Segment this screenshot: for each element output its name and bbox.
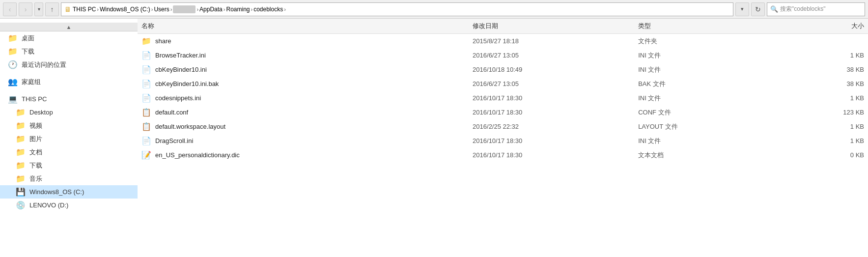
sidebar-label-pictures: 图片	[29, 135, 42, 143]
sidebar-label-music: 音乐	[29, 174, 42, 183]
scroll-up-arrow[interactable]: ▲	[0, 23, 138, 31]
file-name-label-6: default.workspace.layout	[155, 123, 225, 130]
file-icon-3: 📄	[141, 79, 151, 88]
sidebar-item-drive-d[interactable]: 💿 LENOVO (D:)	[0, 199, 138, 212]
back-button[interactable]: ‹	[3, 2, 17, 16]
file-date-5: 2016/10/17 18:30	[469, 105, 634, 119]
sidebar-item-download2[interactable]: 📁 下载	[0, 159, 138, 172]
sidebar-wrapper: ▲ 📁 桌面 📁 下载 🕐 最近访问的位置 👥 家庭组 💻 THIS PC	[0, 19, 138, 257]
table-row[interactable]: 📝 en_US_personaldictionary.dic 2016/10/1…	[138, 148, 868, 162]
file-name-cell-7: 📄 DragScroll.ini	[138, 134, 469, 148]
column-header-date[interactable]: 修改日期	[469, 19, 634, 34]
path-segment-username	[173, 5, 196, 13]
folder-icon: 📁	[8, 47, 18, 56]
path-bar[interactable]: 🖥 THIS PC › Windows8_OS (C:) › Users › ›…	[61, 2, 733, 16]
sidebar-item-desktop2[interactable]: 📁 Desktop	[0, 106, 138, 119]
sidebar-item-drive-c[interactable]: 💾 Windows8_OS (C:)	[0, 185, 138, 199]
file-scroll-wrapper[interactable]: 名称 修改日期 类型 大小 📁 share 2015/8/27 18:18 文件…	[138, 19, 868, 257]
group-icon: 👥	[8, 77, 18, 86]
file-date-7: 2016/10/17 18:30	[469, 134, 634, 148]
table-header-row: 名称 修改日期 类型 大小	[138, 19, 868, 34]
file-type-2: INI 文件	[634, 62, 771, 77]
file-type-7: INI 文件	[634, 134, 771, 148]
address-bar: ‹ › ▾ ↑ 🖥 THIS PC › Windows8_OS (C:) › U…	[0, 0, 868, 19]
file-size-1: 1 KB	[771, 48, 868, 62]
file-name-label-3: cbKeyBinder10.ini.bak	[155, 80, 219, 87]
file-icon-4: 📄	[141, 93, 151, 103]
file-size-3: 38 KB	[771, 77, 868, 91]
refresh-button[interactable]: ↻	[751, 2, 765, 16]
sidebar-label-homegroup: 家庭组	[22, 78, 41, 86]
path-dropdown-button[interactable]: ▾	[735, 2, 749, 16]
file-size-7: 1 KB	[771, 134, 868, 148]
drive-d-icon: 💿	[16, 200, 26, 210]
table-row[interactable]: 📄 codesnippets.ini 2016/10/17 18:30 INI …	[138, 91, 868, 105]
file-size-8: 0 KB	[771, 148, 868, 162]
path-segment-appdata: AppData	[199, 6, 223, 13]
file-name-label-4: codesnippets.ini	[155, 94, 201, 102]
file-size-6: 1 KB	[771, 119, 868, 134]
file-type-3: BAK 文件	[634, 77, 771, 91]
drive-c-icon: 💾	[16, 187, 26, 197]
path-segment-codeblocks: codeblocks	[253, 6, 283, 13]
file-date-0: 2015/8/27 18:18	[469, 34, 634, 49]
path-segment-roaming: Roaming	[226, 6, 250, 13]
file-date-8: 2016/10/17 18:30	[469, 148, 634, 162]
column-header-type[interactable]: 类型	[634, 19, 771, 34]
search-box[interactable]: 🔍 搜索"codeblocks"	[767, 2, 865, 16]
file-name-label-7: DragScroll.ini	[155, 137, 193, 144]
sidebar-label-documents: 文档	[29, 148, 42, 157]
file-name-cell-6: 📋 default.workspace.layout	[138, 119, 469, 134]
folder-icon: 📁	[16, 121, 26, 130]
file-type-4: INI 文件	[634, 91, 771, 105]
table-row[interactable]: 📄 BrowseTracker.ini 2016/6/27 13:05 INI …	[138, 48, 868, 62]
file-size-0	[771, 34, 868, 49]
folder-icon: 📁	[16, 147, 26, 157]
table-row[interactable]: 📄 cbKeyBinder10.ini.bak 2016/6/27 13:05 …	[138, 77, 868, 91]
column-header-size[interactable]: 大小	[771, 19, 868, 34]
sidebar-item-documents[interactable]: 📁 文档	[0, 145, 138, 159]
file-area: 名称 修改日期 类型 大小 📁 share 2015/8/27 18:18 文件…	[138, 19, 868, 257]
sidebar-item-desktop[interactable]: 📁 桌面	[0, 31, 138, 45]
table-row[interactable]: 📋 default.workspace.layout 2016/2/25 22:…	[138, 119, 868, 134]
sidebar-item-homegroup[interactable]: 👥 家庭组	[0, 71, 138, 88]
sidebar-item-music[interactable]: 📁 音乐	[0, 172, 138, 185]
folder-icon: 📁	[16, 108, 26, 117]
table-row[interactable]: 📄 DragScroll.ini 2016/10/17 18:30 INI 文件…	[138, 134, 868, 148]
folder-icon: 📁	[16, 134, 26, 143]
folder-icon: 📁	[8, 33, 18, 43]
folder-icon: 📁	[16, 161, 26, 170]
sidebar-item-thispc[interactable]: 💻 THIS PC	[0, 88, 138, 106]
table-row[interactable]: 📋 default.conf 2016/10/17 18:30 CONF 文件 …	[138, 105, 868, 119]
file-name-cell-2: 📄 cbKeyBinder10.ini	[138, 62, 469, 77]
sidebar-item-pictures[interactable]: 📁 图片	[0, 132, 138, 145]
path-segment-thispc: 🖥 THIS PC	[64, 5, 96, 13]
search-icon: 🔍	[770, 5, 778, 13]
sidebar-label-thispc: THIS PC	[22, 95, 47, 103]
sidebar-label-desktop: 桌面	[22, 34, 34, 43]
column-header-name[interactable]: 名称	[138, 19, 469, 34]
search-placeholder: 搜索"codeblocks"	[780, 5, 826, 13]
up-button[interactable]: ↑	[45, 2, 59, 16]
recent-icon: 🕐	[8, 60, 18, 69]
sidebar-item-video[interactable]: 📁 视频	[0, 119, 138, 132]
file-icon-0: 📁	[141, 36, 151, 46]
pc-icon: 💻	[8, 94, 18, 104]
file-name-cell-0: 📁 share	[138, 34, 469, 49]
file-name-label-2: cbKeyBinder10.ini	[155, 66, 207, 73]
sidebar-label-drive-c: Windows8_OS (C:)	[29, 188, 84, 196]
sidebar-item-download[interactable]: 📁 下载	[0, 45, 138, 58]
sidebar-label-drive-d: LENOVO (D:)	[29, 201, 68, 209]
file-name-cell-8: 📝 en_US_personaldictionary.dic	[138, 148, 469, 162]
forward-button[interactable]: ›	[19, 2, 32, 16]
table-row[interactable]: 📄 cbKeyBinder10.ini 2016/10/18 10:49 INI…	[138, 62, 868, 77]
file-icon-1: 📄	[141, 51, 151, 60]
file-name-cell-1: 📄 BrowseTracker.ini	[138, 48, 469, 62]
file-size-2: 38 KB	[771, 62, 868, 77]
file-date-6: 2016/2/25 22:32	[469, 119, 634, 134]
sidebar-item-recent[interactable]: 🕐 最近访问的位置	[0, 58, 138, 71]
file-name-cell-3: 📄 cbKeyBinder10.ini.bak	[138, 77, 469, 91]
file-icon-8: 📝	[141, 150, 151, 160]
table-row[interactable]: 📁 share 2015/8/27 18:18 文件夹	[138, 34, 868, 49]
history-dropdown-button[interactable]: ▾	[34, 2, 43, 16]
